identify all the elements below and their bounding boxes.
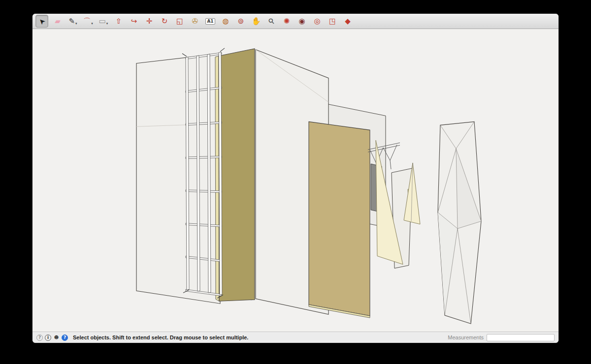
text-tool[interactable]: A1	[204, 15, 216, 27]
zoom-extents-tool[interactable]: ✺	[281, 15, 293, 27]
zoom-tool[interactable]: ⚲	[265, 15, 277, 27]
select-tool-icon: ➤	[37, 16, 47, 26]
support-icon[interactable]: ?	[62, 334, 68, 341]
move-tool[interactable]: ✛	[143, 15, 155, 27]
extension-warehouse-button-icon: ◆	[345, 18, 351, 25]
send-to-layout-button-icon: ◳	[329, 18, 336, 25]
scale-tool-icon: ◱	[176, 18, 183, 25]
paint-bucket-tool-icon: ◍	[222, 18, 229, 25]
shapes-tool[interactable]: ▭▾	[98, 15, 109, 27]
statusbar: ?i☻? Select objects. Shift to extend sel…	[33, 332, 558, 343]
tan-panel-2[interactable]	[309, 121, 370, 318]
line-tool[interactable]: ✎▾	[67, 15, 79, 27]
rotate-tool[interactable]: ↻	[159, 15, 170, 27]
shapes-tool-icon: ▭	[99, 18, 106, 25]
measurements-area: Measurements	[448, 334, 555, 341]
pan-tool-icon: ✋	[252, 18, 261, 25]
eraser-tool-icon: ▰	[55, 18, 61, 25]
pan-tool[interactable]: ✋	[250, 15, 262, 27]
position-camera-tool[interactable]: ◉	[296, 15, 308, 27]
shapes-tool-dropdown[interactable]: ▾	[106, 22, 108, 27]
zoom-extents-tool-icon: ✺	[284, 18, 290, 25]
look-around-tool-icon: ◎	[314, 18, 320, 25]
offset-tool[interactable]: ↪	[128, 15, 140, 27]
desktop: { "toolbar": { "dropdown_glyph": "▾", "t…	[0, 0, 591, 364]
help-icon[interactable]: ?	[36, 334, 43, 341]
sketchup-window: ➤▰✎▾⌒▾▭▾⇧↪✛↻◱✇A1◍⊚✋⚲✺◉◎◳◆	[33, 14, 558, 343]
line-tool-icon: ✎	[68, 18, 75, 25]
model-canvas[interactable]	[33, 29, 558, 332]
zoom-tool-icon: ⚲	[267, 17, 276, 26]
arc-tool[interactable]: ⌒▾	[82, 15, 94, 27]
text-tool-icon: A1	[205, 18, 215, 25]
position-camera-tool-icon: ◉	[298, 18, 305, 25]
tape-measure-tool[interactable]: ✇	[189, 15, 201, 27]
orbit-tool[interactable]: ⊚	[235, 15, 247, 27]
orbit-tool-icon: ⊚	[238, 18, 244, 25]
model-viewport[interactable]	[33, 29, 558, 332]
user-icon[interactable]: ☻	[53, 334, 60, 341]
info-icon[interactable]: i	[45, 334, 51, 341]
move-tool-icon: ✛	[146, 18, 153, 25]
rotate-tool-icon: ↻	[162, 18, 168, 25]
scale-tool[interactable]: ◱	[174, 15, 186, 27]
select-tool[interactable]: ➤	[35, 15, 48, 28]
paint-bucket-tool[interactable]: ◍	[220, 15, 231, 27]
eraser-tool[interactable]: ▰	[52, 15, 64, 27]
arc-tool-dropdown[interactable]: ▾	[91, 22, 93, 27]
measurements-label: Measurements	[448, 334, 484, 340]
offset-tool-icon: ↪	[131, 18, 137, 25]
arc-tool-icon: ⌒	[83, 18, 91, 25]
look-around-tool[interactable]: ◎	[311, 15, 323, 27]
extension-warehouse-button[interactable]: ◆	[342, 15, 354, 27]
pushpull-tool-icon: ⇧	[116, 18, 122, 25]
faceted-panel[interactable]	[438, 121, 481, 324]
status-text: Select objects. Shift to extend select. …	[73, 334, 448, 340]
measurements-input[interactable]	[487, 334, 555, 341]
toolbar: ➤▰✎▾⌒▾▭▾⇧↪✛↻◱✇A1◍⊚✋⚲✺◉◎◳◆	[33, 14, 558, 29]
statusbar-icons: ?i☻?	[36, 334, 68, 341]
pushpull-tool[interactable]: ⇧	[113, 15, 125, 27]
tape-measure-tool-icon: ✇	[192, 18, 198, 25]
send-to-layout-button[interactable]: ◳	[327, 15, 338, 27]
line-tool-dropdown[interactable]: ▾	[75, 22, 77, 27]
